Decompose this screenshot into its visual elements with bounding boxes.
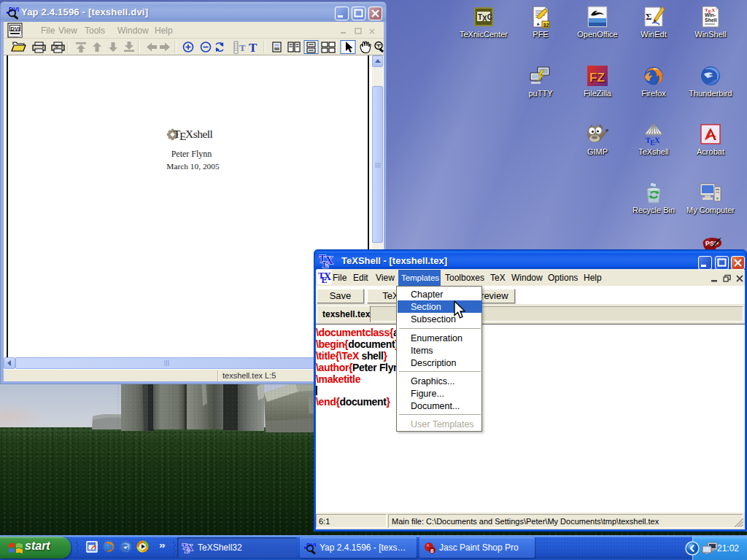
svg-text:X: X bbox=[324, 271, 331, 282]
svg-text:Shell: Shell bbox=[705, 18, 717, 23]
svg-text:⚙: ⚙ bbox=[55, 44, 58, 49]
svg-text:T: T bbox=[249, 41, 258, 55]
svg-text:FZ: FZ bbox=[589, 71, 605, 85]
svg-text:X: X bbox=[187, 542, 193, 553]
svg-text:DVI: DVI bbox=[11, 26, 20, 32]
svg-text:Σ: Σ bbox=[646, 11, 652, 22]
svg-text:Win-: Win- bbox=[705, 12, 716, 18]
svg-text:X: X bbox=[325, 254, 333, 266]
svg-text:TEX: TEX bbox=[646, 136, 660, 146]
svg-text:DVI: DVI bbox=[9, 6, 19, 13]
svg-text:8: 8 bbox=[430, 548, 434, 554]
svg-text:32: 32 bbox=[543, 23, 549, 28]
svg-text:T: T bbox=[239, 42, 246, 53]
